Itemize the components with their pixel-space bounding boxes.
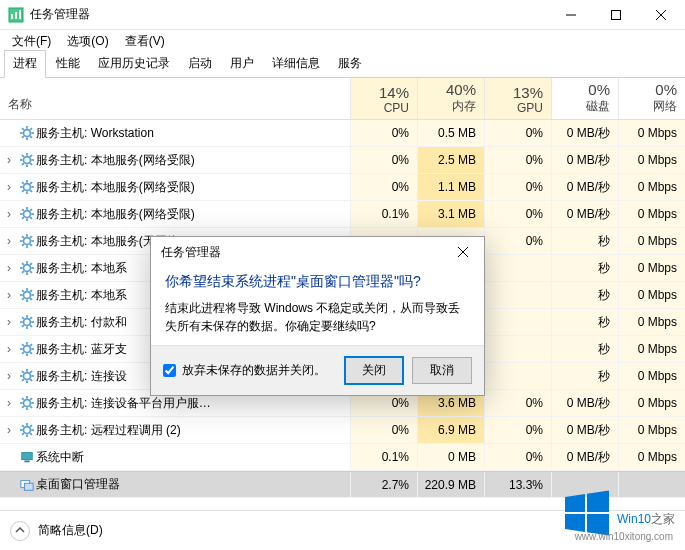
svg-line-31 [22,182,24,184]
svg-line-69 [22,298,24,300]
process-name: 服务主机: 本地服务(网络受限) [36,179,350,196]
col-disk[interactable]: 0%磁盘 [551,78,618,119]
minimize-button[interactable] [548,0,593,30]
process-icon [18,126,36,140]
process-icon [18,423,36,437]
process-name: 服务主机: 本地服务(网络受限) [36,152,350,169]
svg-line-94 [22,371,24,373]
tabs: 进程 性能 应用历史记录 启动 用户 详细信息 服务 [0,52,685,78]
cell-gpu: 13.3% [484,472,551,497]
cell-disk: 秒 [551,363,618,389]
menu-file[interactable]: 文件(F) [6,31,57,52]
process-name: 桌面窗口管理器 [36,476,350,493]
cell-cpu: 0% [350,174,417,200]
svg-line-114 [22,433,24,435]
svg-line-41 [30,217,32,219]
cell-gpu: 0% [484,390,551,416]
cell-net: 0 Mbps [618,444,685,470]
expand-toggle[interactable]: › [0,234,18,248]
table-row[interactable]: 系统中断0.1%0 MB0%0 MB/秒0 Mbps [0,444,685,471]
expand-toggle[interactable]: › [0,342,18,356]
svg-line-96 [22,379,24,381]
svg-line-115 [30,425,32,427]
svg-line-87 [22,352,24,354]
window-title: 任务管理器 [30,6,548,23]
tab-services[interactable]: 服务 [330,51,370,77]
col-gpu[interactable]: 13%GPU [484,78,551,119]
cell-disk: 0 MB/秒 [551,174,618,200]
svg-point-71 [24,319,31,326]
tab-startup[interactable]: 启动 [180,51,220,77]
process-icon [18,450,36,464]
dialog-checkbox[interactable]: 放弃未保存的数据并关闭。 [163,362,336,379]
process-icon [18,234,36,248]
dialog-cancel-button[interactable]: 取消 [412,357,472,384]
cell-net: 0 Mbps [618,336,685,362]
svg-line-85 [22,344,24,346]
svg-point-8 [24,130,31,137]
cell-disk: 秒 [551,228,618,254]
table-row[interactable]: ›服务主机: 远程过程调用 (2)0%6.9 MB0%0 MB/秒0 Mbps [0,417,685,444]
tab-processes[interactable]: 进程 [4,50,46,78]
svg-rect-2 [15,12,17,19]
table-row[interactable]: ›服务主机: 本地服务(网络受限)0%2.5 MB0%0 MB/秒0 Mbps [0,147,685,174]
col-net[interactable]: 0%网络 [618,78,685,119]
svg-line-24 [22,163,24,165]
col-mem[interactable]: 40%内存 [417,78,484,119]
svg-point-98 [24,400,31,407]
cell-gpu [484,309,551,335]
svg-line-34 [30,182,32,184]
tab-details[interactable]: 详细信息 [264,51,328,77]
process-icon [18,261,36,275]
close-icon [458,247,468,257]
fewer-details-button[interactable] [10,521,30,541]
table-row[interactable]: 桌面窗口管理器2.7%220.9 MB13.3% [0,471,685,498]
expand-toggle[interactable]: › [0,369,18,383]
tab-users[interactable]: 用户 [222,51,262,77]
svg-rect-3 [19,10,21,19]
dialog-close-action-button[interactable]: 关闭 [344,356,404,385]
cell-disk: 秒 [551,255,618,281]
dialog-close-button[interactable] [448,237,478,267]
col-name[interactable]: 名称 [0,78,350,119]
close-button[interactable] [638,0,683,30]
expand-toggle[interactable]: › [0,423,18,437]
cell-disk [551,472,618,497]
table-row[interactable]: ›服务主机: 本地服务(网络受限)0.1%3.1 MB0%0 MB/秒0 Mbp… [0,201,685,228]
expand-toggle[interactable]: › [0,207,18,221]
table-row[interactable]: 服务主机: Workstation0%0.5 MB0%0 MB/秒0 Mbps [0,120,685,147]
svg-point-17 [24,157,31,164]
expand-toggle[interactable]: › [0,180,18,194]
menu-view[interactable]: 查看(V) [119,31,171,52]
svg-line-67 [22,290,24,292]
cell-net: 0 Mbps [618,255,685,281]
process-icon [18,369,36,383]
cell-disk: 秒 [551,282,618,308]
expand-toggle[interactable]: › [0,288,18,302]
cell-mem: 0 MB [417,444,484,470]
cell-mem: 220.9 MB [417,472,484,497]
cell-gpu: 0% [484,417,551,443]
table-row[interactable]: ›服务主机: 本地服务(网络受限)0%1.1 MB0%0 MB/秒0 Mbps [0,174,685,201]
svg-line-76 [22,317,24,319]
cell-mem: 0.5 MB [417,120,484,146]
svg-line-60 [22,271,24,273]
maximize-button[interactable] [593,0,638,30]
expand-toggle[interactable]: › [0,396,18,410]
cell-mem: 1.1 MB [417,174,484,200]
process-name: 服务主机: 远程过程调用 (2) [36,422,350,439]
fewer-details-label[interactable]: 简略信息(D) [38,522,103,539]
tab-app-history[interactable]: 应用历史记录 [90,51,178,77]
col-cpu[interactable]: 14%CPU [350,78,417,119]
menu-options[interactable]: 选项(O) [61,31,114,52]
tab-performance[interactable]: 性能 [48,51,88,77]
expand-toggle[interactable]: › [0,261,18,275]
abandon-data-checkbox[interactable] [163,364,176,377]
expand-toggle[interactable]: › [0,153,18,167]
process-icon [18,288,36,302]
svg-line-25 [30,155,32,157]
process-name: 服务主机: 连接设备平台用户服… [36,395,350,412]
expand-toggle[interactable]: › [0,315,18,329]
svg-line-104 [30,406,32,408]
process-icon [18,478,36,492]
